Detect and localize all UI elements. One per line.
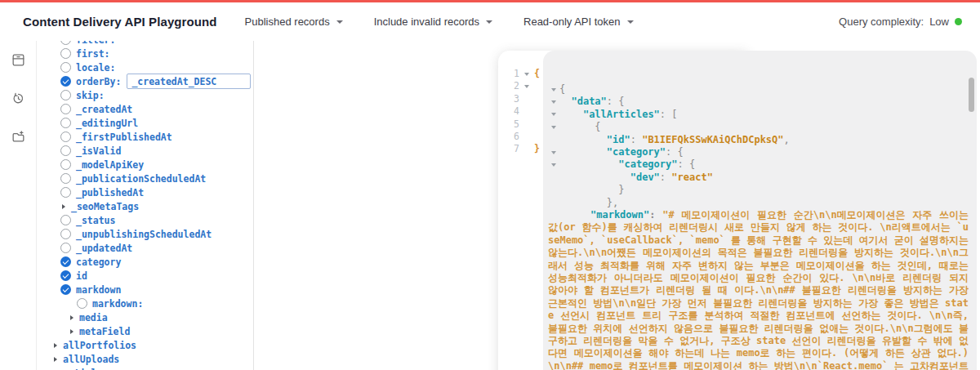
field-checkbox[interactable] <box>60 104 71 114</box>
dropdown-label: Published records <box>245 16 330 28</box>
explorer-item-label: _publicationScheduledAt <box>76 173 206 185</box>
field-checkbox[interactable] <box>60 132 71 142</box>
token: "category" <box>618 158 677 171</box>
fold-column <box>548 121 559 133</box>
fold-arrow-icon[interactable] <box>551 163 556 167</box>
fold-arrow-icon[interactable] <box>551 100 556 104</box>
field-checkbox[interactable] <box>77 298 87 309</box>
token: "id" <box>607 134 630 146</box>
dropdown-published-records[interactable]: Published records <box>245 16 343 28</box>
field-checkbox[interactable] <box>60 284 71 295</box>
explorer-item-label: first: <box>76 48 110 60</box>
fold-column <box>519 80 534 92</box>
field-checkbox[interactable] <box>60 187 71 198</box>
explorer-item-allUploads[interactable]: allUploads <box>37 352 253 366</box>
explorer-item-label: metaField <box>79 326 130 337</box>
explorer-item-createdAt[interactable]: _createdAt <box>37 102 253 116</box>
fold-column <box>548 146 559 158</box>
token: { <box>559 83 565 96</box>
explorer-item-unpublishingScheduledAt[interactable]: _unpublishingScheduledAt <box>37 227 253 241</box>
explorer-item-firstPublishedAt[interactable]: _firstPublishedAt <box>37 130 253 144</box>
response-markdown-value: "markdown": "# 메모이제이션이 필요한 순간\n\n메모이제이션은… <box>548 209 969 370</box>
history-button[interactable] <box>9 89 27 107</box>
workbench: 1{2 allArticles(orderBy: _createdAt_DESC… <box>253 41 980 370</box>
schema-docs-button[interactable] <box>9 51 27 69</box>
explorer-item-markdown[interactable]: markdown: <box>37 296 253 310</box>
explorer-item-category[interactable]: category <box>37 255 253 269</box>
explorer-item-skip[interactable]: skip: <box>37 88 253 102</box>
explorer-item-label: _isValid <box>76 145 121 157</box>
field-checkbox[interactable] <box>60 256 71 267</box>
token <box>559 146 607 158</box>
markdown-string: "# 메모이제이션이 필요한 순간\n\n메모이제이션은 자주 쓰이는 값(or… <box>548 209 969 370</box>
field-checkbox[interactable] <box>60 229 71 239</box>
explorer-item-updatedAt[interactable]: _updatedAt <box>37 241 253 255</box>
field-checkbox[interactable] <box>60 90 71 100</box>
explorer-item-locale[interactable]: locale: <box>37 60 253 74</box>
fold-column <box>519 143 534 155</box>
token: }, <box>607 197 618 209</box>
expand-arrow-icon[interactable] <box>70 315 74 320</box>
expand-arrow-icon[interactable] <box>62 204 65 209</box>
dropdown-api-token[interactable]: Read-only API token <box>523 16 634 28</box>
fold-arrow-icon[interactable] <box>524 85 529 88</box>
field-checkbox[interactable] <box>60 48 71 59</box>
fold-arrow-icon[interactable] <box>551 151 556 154</box>
explorer-item-label: skip: <box>76 90 105 101</box>
fold-arrow-icon[interactable] <box>551 88 556 91</box>
field-checkbox[interactable] <box>60 243 71 253</box>
explorer-item-seoMetaTags[interactable]: _seoMetaTags <box>37 199 253 213</box>
fold-column <box>519 93 534 105</box>
explorer-item-label: allPortfolios <box>63 340 136 351</box>
explorer-item-isValid[interactable]: _isValid <box>37 144 253 158</box>
collections-button[interactable] <box>9 127 27 145</box>
expand-arrow-icon[interactable] <box>70 329 74 334</box>
explorer-item-metaField[interactable]: metaField <box>37 324 253 338</box>
fold-arrow-icon[interactable] <box>551 126 556 129</box>
explorer-item-filter[interactable]: filter: <box>37 41 253 47</box>
token: "category" <box>607 146 666 158</box>
explorer-item-orderBy[interactable]: orderBy: <box>37 74 253 88</box>
token: "react" <box>671 172 713 184</box>
expand-arrow-icon[interactable] <box>54 343 57 348</box>
field-checkbox[interactable] <box>60 173 71 184</box>
explorer-item-label: orderBy: <box>76 76 121 87</box>
response-scrollbar-thumb[interactable] <box>969 78 974 112</box>
explorer-item-media[interactable]: media <box>37 310 253 324</box>
expand-arrow-icon[interactable] <box>54 357 57 362</box>
explorer-item-label: id <box>76 270 87 282</box>
fold-column <box>548 197 559 209</box>
field-checkbox[interactable] <box>60 62 71 73</box>
field-checkbox[interactable] <box>60 159 71 170</box>
line-number: 7 <box>498 143 519 155</box>
fold-arrow-icon[interactable] <box>551 113 556 116</box>
field-checkbox[interactable] <box>60 118 71 128</box>
header-nav: Published records Include invalid record… <box>245 16 634 28</box>
explorer-list: filter:first:locale:orderBy:skip:_create… <box>37 41 253 370</box>
explorer-item-markdown[interactable]: markdown <box>37 283 253 296</box>
explorer-item-allPortfolios[interactable]: allPortfolios <box>37 338 253 352</box>
explorer-item-modelApiKey[interactable]: _modelApiKey <box>37 158 253 172</box>
response-line: "category": { <box>548 146 969 158</box>
field-checkbox[interactable] <box>60 215 71 225</box>
field-checkbox[interactable] <box>60 270 71 281</box>
explorer-item-article[interactable]: article <box>37 366 253 370</box>
status-dot-icon <box>955 18 962 25</box>
explorer-item-status[interactable]: _status <box>37 213 253 227</box>
explorer-item-editingUrl[interactable]: _editingUrl <box>37 116 253 130</box>
field-checkbox[interactable] <box>60 41 71 45</box>
explorer-item-first[interactable]: first: <box>37 47 253 60</box>
fold-column <box>548 158 559 171</box>
explorer-item-publishedAt[interactable]: _publishedAt <box>37 185 253 199</box>
fold-column <box>548 83 559 96</box>
field-checkbox[interactable] <box>60 145 71 156</box>
page-title: Content Delivery API Playground <box>23 15 217 29</box>
explorer-item-publicationScheduledAt[interactable]: _publicationScheduledAt <box>37 172 253 185</box>
fold-arrow-icon[interactable] <box>524 73 529 76</box>
token <box>559 121 595 133</box>
dropdown-include-invalid-records[interactable]: Include invalid records <box>374 16 492 28</box>
field-checkbox[interactable] <box>60 76 71 87</box>
token: } <box>534 143 540 154</box>
orderby-value-input[interactable] <box>127 74 251 89</box>
explorer-item-id[interactable]: id <box>37 269 253 283</box>
